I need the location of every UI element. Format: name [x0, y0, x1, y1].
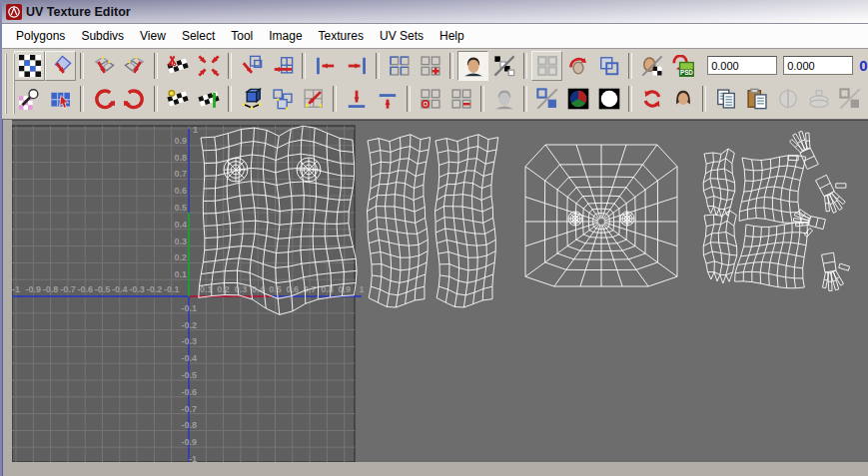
snap-shell-icon [241, 88, 263, 110]
menu-textures[interactable]: Textures [311, 26, 372, 46]
checkered-texture-button[interactable] [14, 51, 45, 81]
image-filter-button[interactable] [488, 51, 519, 81]
tile-outline-button[interactable] [531, 51, 562, 81]
tile-grid-button[interactable] [384, 51, 415, 81]
axis-tick-label: -0.6 [181, 387, 197, 397]
toolbar-separator [302, 53, 306, 79]
toolbar-separator [480, 86, 484, 112]
align-min-u-icon [315, 55, 337, 77]
bake-texture-button[interactable] [667, 84, 698, 114]
svg-text:PSD: PSD [679, 69, 692, 76]
rotate-cw-icon [124, 88, 146, 110]
sample-texture-button[interactable] [14, 84, 45, 114]
align-min-u-button[interactable] [310, 51, 341, 81]
uv-borders-partial-button[interactable] [834, 84, 865, 114]
menu-view[interactable]: View [132, 26, 174, 46]
menu-select[interactable]: Select [174, 26, 223, 46]
tile-target-button[interactable] [415, 84, 445, 114]
cut-uvs-button[interactable] [162, 51, 193, 81]
copy-uvs-button[interactable] [236, 51, 267, 81]
press-button[interactable] [803, 84, 834, 114]
color-channel-button[interactable] [562, 84, 593, 114]
flip-v-button[interactable] [119, 51, 150, 81]
move-tile-icon [303, 88, 325, 110]
checkered-texture-icon [19, 55, 41, 77]
axis-tick-label: 0.6 [287, 284, 300, 294]
cycle-uvs-icon [167, 88, 189, 110]
refresh-image-button[interactable] [636, 84, 667, 114]
flip-u-button[interactable] [88, 51, 119, 81]
refresh-image-icon [641, 88, 663, 110]
update-psd-button[interactable]: PSD [667, 51, 698, 81]
rotate-cw-button[interactable] [119, 84, 150, 114]
toolbar-separator [154, 86, 158, 112]
display-image-button[interactable] [457, 51, 488, 81]
menu-image[interactable]: Image [261, 26, 310, 46]
copy-button[interactable] [710, 84, 741, 114]
coordinate-readout: 0.0 [859, 57, 868, 74]
move-shell-left-button[interactable] [267, 51, 298, 81]
toolbar-separator [702, 86, 706, 112]
image-filter-icon [493, 55, 515, 77]
flip-shell-button[interactable] [45, 51, 76, 81]
axis-tick-label: 0.5 [174, 203, 187, 213]
rotate-ccw-button[interactable] [88, 84, 119, 114]
paste-button[interactable] [741, 84, 772, 114]
coordinate-fields: 0.0 [707, 56, 868, 75]
unfold-uvs-button[interactable] [193, 51, 224, 81]
menu-subdivs[interactable]: Subdivs [73, 26, 132, 46]
axis-tick-label: -0.6 [77, 284, 93, 294]
v-coordinate-field[interactable] [783, 56, 853, 75]
flip-shell-icon [50, 55, 72, 77]
align-max-u-button[interactable] [341, 51, 372, 81]
grid-select-button[interactable] [45, 84, 76, 114]
tile-subtract-button[interactable] [445, 84, 476, 114]
axis-tick-label: -0.2 [147, 284, 163, 294]
press-icon [808, 88, 830, 110]
axis-tick-label: 1 [193, 125, 198, 135]
snap-shell-button[interactable] [236, 84, 267, 114]
axis-tick-label: 0.2 [217, 284, 230, 294]
toolbar-separator [523, 86, 527, 112]
toolbar-separator [628, 86, 632, 112]
tile-add-button[interactable] [415, 51, 445, 81]
overlap-shells-button[interactable] [593, 51, 624, 81]
menu-uv-sets[interactable]: UV Sets [372, 26, 432, 46]
window-title: UV Texture Editor [26, 5, 131, 19]
menu-help[interactable]: Help [432, 26, 472, 46]
cut-uvs-icon [167, 55, 189, 77]
axis-tick-label: 0.4 [174, 220, 187, 230]
uv-canvas[interactable]: -1-0.9-0.8-0.7-0.6-0.5-0.4-0.3-0.2-0.10.… [12, 120, 868, 462]
cycle-uvs-button[interactable] [162, 84, 193, 114]
menu-tool[interactable]: Tool [223, 26, 261, 46]
axis-tick-label: -0.8 [43, 284, 59, 294]
stack-shells-button[interactable] [267, 84, 298, 114]
update-psd-icon: PSD [672, 55, 694, 77]
toolbar-separator [628, 53, 632, 79]
axis-tick-label: -1 [12, 284, 20, 294]
axis-tick-label: -0.3 [181, 336, 197, 346]
bake-texture-icon [672, 88, 694, 110]
align-max-v-button[interactable] [372, 84, 403, 114]
u-coordinate-field[interactable] [707, 56, 777, 75]
toolbar-separator [376, 53, 380, 79]
display-image-icon [462, 55, 484, 77]
titlebar[interactable]: UV Texture Editor [2, 0, 868, 24]
axis-tick-label: -0.4 [112, 284, 128, 294]
dim-image-button[interactable] [488, 84, 519, 114]
menu-polygons[interactable]: Polygons [8, 26, 73, 46]
image-ratio-button[interactable] [636, 51, 667, 81]
normalize-uvs-button[interactable] [193, 84, 224, 114]
tile-grid-icon [389, 55, 411, 77]
axis-tick-label: -0.9 [181, 437, 197, 447]
rotate-image-button[interactable] [562, 51, 593, 81]
alpha-channel-button[interactable] [593, 84, 624, 114]
page-flip-button[interactable] [772, 84, 803, 114]
toolbar-grip[interactable] [5, 54, 15, 114]
copy-icon [715, 88, 737, 110]
uv-borders-button[interactable] [531, 84, 562, 114]
align-min-v-button[interactable] [341, 84, 372, 114]
move-tile-button[interactable] [298, 84, 329, 114]
axis-tick-label: 0.6 [174, 186, 187, 196]
copy-uvs-icon [241, 55, 263, 77]
